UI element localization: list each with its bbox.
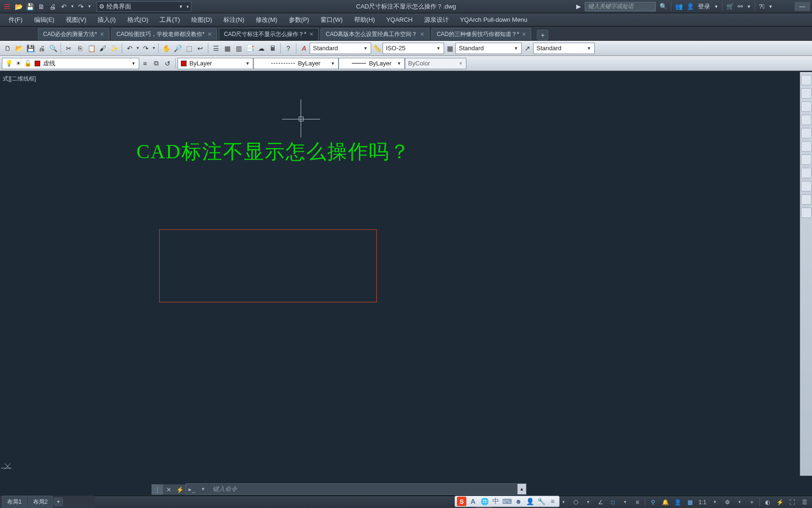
zoom-realtime-icon[interactable]: 🔎 bbox=[172, 43, 183, 54]
workspace-gear-icon[interactable]: ⚙ bbox=[722, 497, 733, 508]
osnap-dd[interactable]: ▼ bbox=[619, 497, 631, 508]
command-input[interactable]: 键入命令 bbox=[209, 485, 518, 493]
layer-manager-icon[interactable]: ⧉ bbox=[151, 58, 162, 69]
sheet-set-icon[interactable]: 📑 bbox=[244, 43, 256, 54]
palette-button[interactable] bbox=[801, 75, 812, 85]
add-layout-button[interactable]: + bbox=[54, 498, 63, 506]
print-icon[interactable]: 🖨 bbox=[47, 1, 58, 12]
redo-dd[interactable]: ▼ bbox=[152, 43, 156, 54]
chevron-down-icon[interactable]: ▼ bbox=[714, 4, 718, 9]
doc-tab[interactable]: CAD绘图技巧，学校老师都没教你*✕ bbox=[111, 28, 217, 40]
exchange-icon[interactable]: 👥 bbox=[675, 3, 683, 10]
redo-icon[interactable]: ↷ bbox=[140, 43, 152, 54]
doc-tab[interactable]: CAD的三种修剪技巧你都知道？*✕ bbox=[431, 28, 531, 40]
plotstyle-dropdown[interactable]: ByColor ▼ bbox=[405, 58, 466, 69]
close-icon[interactable]: ✕ bbox=[309, 31, 313, 37]
menu-tools[interactable]: 工具(T) bbox=[154, 14, 186, 26]
table-style-dropdown[interactable]: Standard▼ bbox=[455, 43, 522, 54]
linetype-dropdown[interactable]: ByLayer ▼ bbox=[253, 58, 339, 69]
ime-toolbar[interactable]: S A 🌐 中 ⌨ ☻ 👤 🔧 ≡ bbox=[455, 496, 560, 507]
mleader-style-icon[interactable]: ↗ bbox=[522, 43, 533, 54]
anno-scale-toggle[interactable]: 👤 bbox=[672, 497, 683, 508]
doc-tab[interactable]: CAD高版本怎么设置经典工作空间？✕ bbox=[321, 28, 429, 40]
menu-dimension[interactable]: 标注(N) bbox=[218, 14, 250, 26]
close-icon[interactable]: ✕ bbox=[522, 31, 526, 37]
layer-states-icon[interactable]: ≡ bbox=[139, 58, 151, 69]
undo-dd[interactable]: ▼ bbox=[135, 43, 140, 54]
palette-button[interactable] bbox=[801, 154, 812, 165]
mleader-style-dropdown[interactable]: Standard▼ bbox=[533, 43, 595, 54]
sogou-logo-icon[interactable]: S bbox=[457, 497, 466, 506]
clean-screen-icon[interactable]: ⛶ bbox=[786, 497, 798, 508]
drawing-canvas[interactable]: 式][二维线框] CAD标注不显示怎么操作吗？ bbox=[0, 72, 799, 476]
customize-icon[interactable]: ☰ bbox=[799, 497, 810, 508]
ime-lang-button[interactable]: A bbox=[468, 497, 478, 506]
menu-insert[interactable]: 插入(I) bbox=[92, 14, 121, 26]
scale-dd[interactable]: ▼ bbox=[709, 497, 721, 508]
palette-button[interactable] bbox=[801, 168, 812, 178]
ime-menu-icon[interactable]: ≡ bbox=[548, 497, 557, 506]
ime-keyboard-icon[interactable]: ⌨ bbox=[502, 497, 512, 506]
drawing-rectangle-object[interactable] bbox=[159, 229, 377, 302]
hardware-accel-icon[interactable]: ⚡ bbox=[774, 497, 785, 508]
open-icon[interactable]: 📂 bbox=[13, 1, 24, 12]
saveas-icon[interactable]: 🗎 bbox=[36, 1, 46, 12]
close-icon[interactable]: ✕ bbox=[207, 31, 212, 37]
print-icon[interactable]: 🖨 bbox=[36, 43, 47, 54]
palette-button[interactable] bbox=[801, 88, 812, 99]
annotation-monitor-icon[interactable]: + bbox=[746, 497, 758, 508]
dim-style-icon[interactable]: 📏 bbox=[371, 43, 383, 54]
add-tab-button[interactable]: + bbox=[537, 30, 548, 40]
zoom-previous-icon[interactable]: ↩ bbox=[195, 43, 206, 54]
workspace-selector[interactable]: ⚙ 经典界面 ▼▾ bbox=[97, 1, 191, 12]
ime-globe-icon[interactable]: 🌐 bbox=[480, 497, 489, 506]
properties-icon[interactable]: ☰ bbox=[210, 43, 222, 54]
tool-palette-icon[interactable]: ▥ bbox=[233, 43, 244, 54]
viewport-label[interactable]: 式][二维线框] bbox=[0, 72, 799, 86]
command-line[interactable]: ▸_ ▼ 键入命令 ▲ bbox=[186, 483, 526, 495]
redo-dd-icon[interactable]: ▼ bbox=[87, 1, 92, 12]
palette-button[interactable] bbox=[801, 128, 812, 138]
share-icon[interactable]: ⚯ bbox=[738, 3, 743, 10]
chevron-down-icon[interactable]: ▼ bbox=[197, 484, 209, 494]
cmd-options-icon[interactable]: ⚡ bbox=[174, 484, 186, 495]
minimize-icon[interactable]: — bbox=[794, 2, 810, 11]
ime-tool-icon[interactable]: 🔧 bbox=[536, 497, 546, 506]
palette-button[interactable] bbox=[801, 208, 812, 218]
ime-user-icon[interactable]: 👤 bbox=[525, 497, 535, 506]
doc-tab[interactable]: CAD必会的测量方法*✕ bbox=[38, 28, 109, 40]
search-input[interactable]: 键入关键字或短语 bbox=[585, 2, 656, 11]
menu-edit[interactable]: 编辑(E) bbox=[28, 14, 60, 26]
menu-parametric[interactable]: 参数(P) bbox=[283, 14, 315, 26]
close-icon[interactable]: ✕ bbox=[420, 31, 424, 37]
menu-format[interactable]: 格式(O) bbox=[122, 14, 154, 26]
menu-draw[interactable]: 绘图(D) bbox=[186, 14, 218, 26]
menu-view[interactable]: 视图(V) bbox=[60, 14, 92, 26]
annotation-toggle[interactable]: ⚲ bbox=[647, 497, 659, 508]
lineweight-dropdown[interactable]: ByLayer ▼ bbox=[339, 58, 405, 69]
text-style-dropdown[interactable]: Standard▼ bbox=[310, 43, 371, 54]
color-dropdown[interactable]: ByLayer ▼ bbox=[178, 58, 253, 69]
match-icon[interactable]: 🖌 bbox=[97, 43, 108, 54]
drawing-text-object[interactable]: CAD标注不显示怎么操作吗？ bbox=[136, 138, 410, 165]
design-center-icon[interactable]: ▦ bbox=[222, 43, 233, 54]
play-icon[interactable]: ▶ bbox=[576, 3, 581, 10]
palette-button[interactable] bbox=[801, 181, 812, 191]
menu-yuanquan[interactable]: 源泉设计 bbox=[419, 14, 455, 26]
save-icon[interactable]: 💾 bbox=[25, 1, 35, 12]
isodraft-dd[interactable]: ▼ bbox=[582, 497, 594, 508]
brush-icon[interactable]: ✨ bbox=[108, 43, 120, 54]
chevron-down-icon[interactable]: ▼ bbox=[747, 4, 751, 9]
layout-tab[interactable]: 布局2 bbox=[28, 496, 53, 508]
palette-button[interactable] bbox=[801, 194, 812, 205]
user-icon[interactable]: 👤 bbox=[687, 3, 694, 10]
new-icon[interactable]: 🗋 bbox=[2, 43, 13, 54]
copy-icon[interactable]: ⎘ bbox=[74, 43, 86, 54]
anno-visibility-toggle[interactable]: ▦ bbox=[684, 497, 696, 508]
zoom-window-icon[interactable]: ⬚ bbox=[183, 43, 195, 54]
cmd-close-icon[interactable]: ✕ bbox=[163, 484, 174, 495]
calculator-icon[interactable]: 🖩 bbox=[267, 43, 278, 54]
scroll-up-icon[interactable]: ▲ bbox=[518, 484, 526, 494]
paste-icon[interactable]: 📋 bbox=[86, 43, 97, 54]
app-menu-icon[interactable] bbox=[2, 1, 12, 12]
